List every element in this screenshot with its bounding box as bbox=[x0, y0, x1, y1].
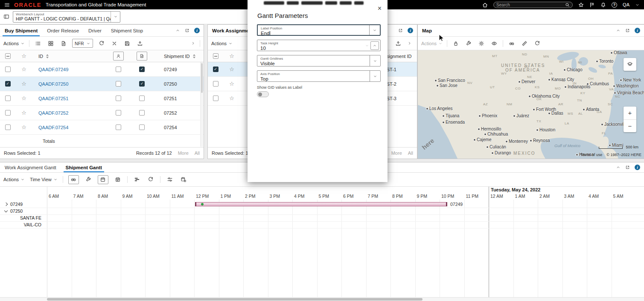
favorite-star-icon[interactable]: ☆ bbox=[21, 67, 26, 72]
visibility-eye-icon[interactable] bbox=[490, 39, 498, 48]
workbench-layout-select[interactable]: Workbench Layout HIP GANTT - LOGIC CONFI… bbox=[13, 11, 120, 23]
map-canvas[interactable]: UNITED STATES OF AMERICA MEXICO Gulf of … bbox=[418, 50, 644, 159]
favorite-column-icon[interactable]: ☆ bbox=[21, 53, 26, 59]
favorite-star-icon[interactable]: ☆ bbox=[21, 124, 26, 130]
tab-shipment-stop[interactable]: Shipment Stop bbox=[106, 25, 148, 36]
shipment-table-row[interactable]: ☆QAADF.0725407254 bbox=[0, 120, 204, 135]
refresh-icon[interactable] bbox=[533, 39, 542, 48]
row-select-checkbox[interactable] bbox=[213, 67, 219, 72]
show-gid-toggle[interactable] bbox=[257, 91, 269, 97]
shipment-id-link[interactable]: QAADF.07251 bbox=[38, 96, 68, 101]
binoculars-icon[interactable] bbox=[507, 39, 516, 48]
document-icon[interactable] bbox=[59, 39, 68, 48]
row-select-checkbox[interactable] bbox=[5, 96, 11, 101]
time-view-menu-button[interactable]: Time View bbox=[30, 177, 58, 182]
actions-menu-button[interactable]: Actions bbox=[3, 41, 25, 46]
map-title[interactable]: Map bbox=[418, 25, 436, 36]
indicator-checkbox-1[interactable] bbox=[116, 96, 121, 101]
collapse-panel-icon[interactable] bbox=[616, 165, 621, 170]
row-select-checkbox[interactable] bbox=[5, 81, 11, 87]
binoculars-icon[interactable] bbox=[68, 175, 79, 184]
shipment-id-link[interactable]: QAADF.07250 bbox=[38, 81, 68, 87]
row-select-checkbox[interactable] bbox=[213, 96, 219, 101]
gantt-row-label[interactable]: 07250 bbox=[0, 208, 47, 214]
favorite-column-icon[interactable]: ☆ bbox=[229, 53, 234, 59]
workbench-panel-icon[interactable] bbox=[3, 14, 9, 20]
favorite-star-icon[interactable]: ☆ bbox=[21, 81, 26, 87]
wrench-icon[interactable] bbox=[84, 175, 93, 184]
favorite-star-icon[interactable]: ☆ bbox=[229, 81, 234, 87]
row-select-checkbox[interactable] bbox=[5, 124, 11, 130]
favorite-star-icon[interactable]: ☆ bbox=[229, 96, 234, 101]
grid-view-icon[interactable] bbox=[47, 39, 55, 48]
all-link[interactable]: All bbox=[195, 150, 200, 156]
actions-menu-button[interactable]: Actions bbox=[421, 41, 443, 46]
refresh-icon[interactable] bbox=[97, 39, 106, 48]
user-label[interactable]: QA bbox=[623, 2, 629, 7]
sliders-settings-icon[interactable] bbox=[166, 175, 174, 184]
indicator-checkbox-2[interactable] bbox=[139, 67, 145, 72]
indicator-checkbox-1[interactable] bbox=[116, 124, 121, 130]
favorite-star-icon[interactable]: ☆ bbox=[229, 67, 234, 72]
label-position-field[interactable]: Label Position End bbox=[257, 24, 381, 36]
column-header-id[interactable]: ID bbox=[38, 54, 43, 59]
spinner-down-icon[interactable] bbox=[365, 43, 369, 48]
tab-work-assignment-gantt[interactable]: Work Assignment Gantt bbox=[0, 162, 61, 172]
map-layers-button[interactable] bbox=[624, 58, 636, 71]
list-view-icon[interactable] bbox=[34, 39, 42, 48]
dropdown-chevron-icon[interactable] bbox=[370, 71, 380, 81]
more-tools-chevron-icon[interactable] bbox=[189, 39, 197, 48]
calendar-icon[interactable] bbox=[98, 175, 108, 184]
indicator-checkbox-2[interactable] bbox=[139, 96, 145, 101]
favorites-star-icon[interactable] bbox=[578, 2, 584, 8]
zoom-out-button[interactable]: − bbox=[624, 120, 636, 133]
export-icon[interactable] bbox=[136, 39, 144, 48]
indicator-checkbox-2[interactable] bbox=[139, 81, 145, 87]
shipment-table-row[interactable]: ☆QAADF.0725207252 bbox=[0, 106, 204, 120]
info-icon[interactable] bbox=[408, 28, 413, 33]
indicator-checkbox-1[interactable] bbox=[116, 67, 121, 72]
open-in-new-window-icon[interactable] bbox=[625, 28, 630, 33]
table-vertical-scrollbar[interactable] bbox=[200, 62, 203, 147]
axis-position-field[interactable]: Axis Position Top bbox=[257, 70, 381, 82]
lock-icon[interactable] bbox=[452, 39, 460, 48]
task-height-field[interactable]: Task Height 10 bbox=[257, 40, 381, 51]
user-menu-chevron-icon[interactable] bbox=[635, 3, 640, 7]
workbench-dropdown-chevron-icon[interactable] bbox=[111, 12, 120, 22]
tab-driver[interactable]: Driver bbox=[84, 25, 106, 36]
zoom-in-button[interactable]: + bbox=[624, 107, 636, 120]
sort-icon[interactable] bbox=[193, 54, 195, 58]
collapse-panel-icon[interactable] bbox=[616, 28, 621, 33]
all-link[interactable]: All bbox=[408, 150, 413, 156]
search-icon[interactable] bbox=[565, 3, 570, 7]
shipment-table-row[interactable]: ☆QAADF.0724907249 bbox=[0, 62, 204, 77]
export-icon[interactable] bbox=[394, 39, 402, 48]
measure-ruler-icon[interactable] bbox=[520, 39, 529, 48]
row-select-checkbox[interactable] bbox=[5, 110, 11, 116]
terms-of-use-link[interactable]: Terms of use bbox=[580, 153, 603, 157]
open-in-new-window-icon[interactable] bbox=[625, 165, 630, 170]
favorite-star-icon[interactable]: ☆ bbox=[21, 110, 26, 116]
dropdown-chevron-icon[interactable] bbox=[369, 25, 380, 35]
gear-icon[interactable] bbox=[477, 39, 486, 48]
driver-column-icon[interactable] bbox=[113, 52, 124, 61]
menu-icon[interactable] bbox=[4, 2, 10, 8]
scrollbar-thumb[interactable] bbox=[47, 298, 423, 301]
select-all-checkbox[interactable] bbox=[213, 53, 219, 59]
gantt-gridlines-field[interactable]: Gantt Gridlines Visible bbox=[257, 55, 381, 67]
flag-icon[interactable] bbox=[589, 2, 595, 8]
gantt-horizontal-scrollbar[interactable] bbox=[0, 297, 644, 301]
indicator-checkbox-2[interactable] bbox=[139, 124, 145, 130]
tab-order-release[interactable]: Order Release bbox=[42, 25, 84, 36]
document-column-icon[interactable] bbox=[137, 52, 147, 61]
global-search-input[interactable]: Search bbox=[493, 2, 573, 8]
collapse-chevron-icon[interactable] bbox=[4, 208, 8, 212]
shipment-id-link[interactable]: QAADF.07249 bbox=[38, 67, 68, 72]
gantt-row-label[interactable]: 07249 bbox=[0, 201, 47, 208]
clear-selection-icon[interactable] bbox=[110, 39, 119, 48]
gantt-chart-area[interactable]: Tuesday, May 24, 2022 6 AM7 AM8 AM9 AM10… bbox=[0, 187, 644, 297]
row-select-checkbox[interactable] bbox=[213, 81, 219, 87]
calendar-settings-icon[interactable] bbox=[179, 175, 188, 184]
tab-buy-shipment[interactable]: Buy Shipment bbox=[0, 25, 42, 36]
info-icon[interactable] bbox=[635, 165, 640, 170]
